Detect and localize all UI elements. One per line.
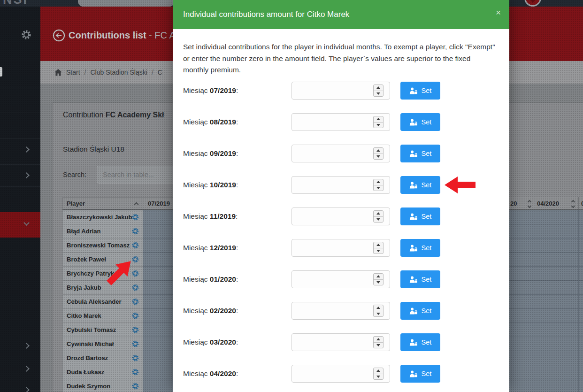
month-amount-cell[interactable] (143, 351, 173, 365)
set-button[interactable]: Set (400, 302, 440, 320)
app-logo[interactable]: NSI (3, 0, 83, 7)
month-amount-cell[interactable] (509, 224, 534, 238)
amount-input[interactable] (292, 365, 390, 383)
month-amount-cell[interactable] (509, 210, 534, 224)
spinner-up-icon[interactable] (374, 305, 383, 311)
month-amount-cell[interactable] (534, 210, 578, 224)
spinner-down-icon[interactable] (374, 248, 383, 254)
set-button[interactable]: Set (400, 208, 440, 225)
month-amount-cell[interactable] (534, 323, 578, 337)
player-settings-gear-icon[interactable] (131, 213, 139, 221)
spinner-up-icon[interactable] (374, 179, 383, 185)
sidebar-item-expand-icon[interactable] (23, 366, 30, 372)
home-icon[interactable] (54, 69, 62, 76)
number-spinner[interactable] (373, 305, 384, 317)
amount-input[interactable] (292, 333, 390, 351)
month-amount-cell[interactable] (578, 309, 583, 323)
sidebar-item-expand-icon[interactable] (23, 387, 30, 392)
month-amount-cell[interactable] (509, 337, 534, 351)
month-amount-cell[interactable] (143, 238, 173, 253)
sidebar-item-expand-icon[interactable] (23, 343, 30, 349)
month-amount-cell[interactable] (509, 365, 534, 379)
set-button[interactable]: Set (400, 145, 440, 162)
month-amount-cell[interactable] (534, 281, 578, 295)
month-amount-cell[interactable] (534, 379, 578, 392)
month-amount-cell[interactable] (509, 253, 534, 267)
spinner-down-icon[interactable] (374, 154, 383, 160)
player-settings-gear-icon[interactable] (131, 284, 139, 292)
month-amount-cell[interactable] (578, 253, 583, 267)
column-header-month[interactable]: 20 (509, 197, 534, 209)
set-button[interactable]: Set (400, 333, 440, 351)
month-amount-cell[interactable] (143, 365, 173, 379)
amount-input[interactable] (292, 270, 390, 288)
spinner-up-icon[interactable] (374, 274, 383, 280)
month-amount-cell[interactable] (534, 238, 578, 253)
month-amount-cell[interactable] (509, 351, 534, 365)
month-amount-cell[interactable] (534, 337, 578, 351)
set-button[interactable]: Set (400, 113, 440, 131)
sidebar-item-expand-icon[interactable] (23, 172, 30, 178)
amount-input[interactable] (292, 176, 390, 194)
month-amount-cell[interactable] (534, 309, 578, 323)
spinner-down-icon[interactable] (374, 123, 383, 128)
month-amount-cell[interactable] (578, 238, 583, 253)
amount-input[interactable] (292, 82, 390, 100)
number-spinner[interactable] (373, 116, 384, 128)
month-amount-cell[interactable] (143, 281, 173, 295)
month-amount-cell[interactable] (143, 309, 173, 323)
month-amount-cell[interactable] (143, 267, 173, 281)
spinner-up-icon[interactable] (374, 116, 383, 123)
spinner-down-icon[interactable] (374, 374, 383, 380)
breadcrumb-item-club[interactable]: Club Stadion Śląski (90, 69, 147, 76)
number-spinner[interactable] (373, 368, 384, 380)
month-amount-cell[interactable] (578, 337, 583, 351)
player-settings-gear-icon[interactable] (131, 227, 139, 235)
column-header-month[interactable]: 07/2019 (143, 197, 173, 209)
month-amount-cell[interactable] (534, 253, 578, 267)
sidebar-item-expand-icon[interactable] (23, 146, 30, 153)
month-amount-cell[interactable] (534, 365, 578, 379)
amount-input[interactable] (292, 239, 390, 257)
amount-input[interactable] (292, 302, 390, 320)
amount-input[interactable] (292, 145, 390, 162)
month-amount-cell[interactable] (578, 323, 583, 337)
spinner-up-icon[interactable] (374, 337, 383, 343)
player-settings-gear-icon[interactable] (131, 382, 139, 390)
set-button[interactable]: Set (400, 82, 440, 100)
number-spinner[interactable] (373, 147, 384, 160)
column-header-player[interactable]: Player (62, 197, 143, 209)
spinner-down-icon[interactable] (374, 185, 383, 191)
sidebar-item-active[interactable] (0, 212, 40, 238)
spinner-up-icon[interactable] (374, 368, 383, 374)
month-amount-cell[interactable] (578, 365, 583, 379)
month-amount-cell[interactable] (578, 295, 583, 309)
spinner-up-icon[interactable] (374, 242, 383, 248)
spinner-down-icon[interactable] (374, 311, 383, 317)
player-settings-gear-icon[interactable] (131, 354, 139, 362)
breadcrumb-item-start[interactable]: Start (66, 69, 80, 76)
month-amount-cell[interactable] (509, 295, 534, 309)
set-button[interactable]: Set (400, 365, 440, 383)
month-amount-cell[interactable] (534, 295, 578, 309)
back-icon[interactable] (53, 29, 65, 42)
month-amount-cell[interactable] (578, 210, 583, 224)
month-amount-cell[interactable] (143, 253, 173, 267)
close-icon[interactable]: × (496, 8, 501, 17)
month-amount-cell[interactable] (143, 323, 173, 337)
spinner-up-icon[interactable] (374, 148, 383, 154)
spinner-down-icon[interactable] (374, 280, 383, 285)
player-settings-gear-icon[interactable] (131, 241, 139, 249)
number-spinner[interactable] (373, 210, 384, 223)
month-amount-cell[interactable] (143, 379, 173, 392)
month-amount-cell[interactable] (509, 238, 534, 253)
amount-input[interactable] (292, 113, 390, 131)
player-settings-gear-icon[interactable] (131, 326, 139, 334)
month-amount-cell[interactable] (578, 281, 583, 295)
player-settings-gear-icon[interactable] (131, 368, 139, 376)
month-amount-cell[interactable] (509, 309, 534, 323)
spinner-down-icon[interactable] (374, 91, 383, 97)
player-settings-gear-icon[interactable] (131, 340, 139, 348)
month-amount-cell[interactable] (143, 224, 173, 238)
spinner-up-icon[interactable] (374, 211, 383, 217)
